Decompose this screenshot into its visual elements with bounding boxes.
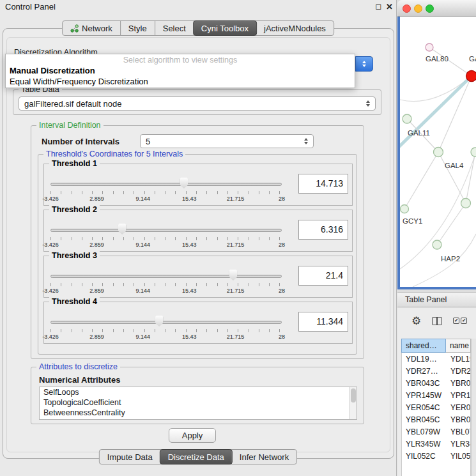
gear-icon[interactable]: ⚙	[411, 316, 421, 326]
list-item[interactable]: BetweennessCentrality	[40, 408, 357, 418]
cell-name[interactable]: YBR045C	[447, 415, 470, 424]
algorithm-dropdown-popup: Select algorithm to view settings Manual…	[5, 54, 355, 88]
table-row[interactable]: YLR345W YLR345W	[402, 438, 470, 450]
tab-jactivemodules[interactable]: jActiveMNodules	[256, 21, 334, 35]
cell-shared-name[interactable]: YPR145W	[402, 391, 447, 400]
cell-name[interactable]: YER054C	[447, 403, 470, 412]
cell-shared-name[interactable]: YBL079W	[402, 427, 447, 436]
table-row[interactable]: YBR043C YBR043C	[402, 377, 470, 389]
table-scrollbar[interactable]	[471, 339, 476, 476]
table-row[interactable]: YDR27… YDR27…	[402, 365, 470, 377]
cell-name[interactable]: YBL079W	[447, 427, 470, 436]
edge	[438, 76, 472, 152]
network-window-titlebar[interactable]	[397, 0, 476, 17]
dropdown-option-equal-width[interactable]: Equal Width/Frequency Discretization	[10, 77, 148, 86]
number-of-intervals-combo[interactable]: 5	[140, 134, 314, 148]
edge	[466, 152, 475, 203]
checkbox-icon: ✓	[461, 318, 467, 324]
cell-shared-name[interactable]: YBR043C	[402, 379, 447, 388]
scale-tick-label: 15.43	[182, 334, 197, 340]
apply-button[interactable]: Apply	[169, 428, 216, 443]
cell-name[interactable]: YLR345W	[447, 440, 470, 449]
tab-select[interactable]: Select	[155, 21, 194, 35]
scale-tick-label: 28	[279, 242, 285, 248]
tab-style[interactable]: Style	[120, 21, 155, 35]
threshold-1-slider[interactable]: -3.426 2.859 9.144 15.43 21.715 28	[50, 177, 282, 204]
column-header-name[interactable]: name	[446, 339, 471, 353]
tab-discretize-data[interactable]: Discretize Data	[160, 449, 233, 464]
table-data-combo-value: galFiltered.sif default node	[19, 99, 363, 109]
tab-cyni-toolbox[interactable]: Cyni Toolbox	[193, 20, 257, 36]
cell-shared-name[interactable]: YLR345W	[402, 440, 447, 449]
select-columns-icon[interactable]: ✓ ✓	[453, 318, 467, 324]
scale-tick-label: -3.426	[42, 288, 59, 294]
slider-ticks	[50, 237, 282, 240]
column-header-shared-name[interactable]: shared…	[401, 339, 446, 353]
list-item[interactable]: TopologicalCoefficient	[40, 397, 357, 408]
node-gal80[interactable]	[426, 43, 433, 51]
threshold-2-slider[interactable]: -3.426 2.859 9.144 15.43 21.715 28	[50, 223, 282, 250]
threshold-4-value-field[interactable]: 11.344	[298, 312, 348, 332]
zoom-traffic-light[interactable]	[426, 4, 434, 13]
tab-impute-data[interactable]: Impute Data	[100, 450, 160, 464]
table-row[interactable]: YER054C YER054C	[402, 401, 470, 413]
cell-name[interactable]: YDR27…	[447, 367, 470, 376]
cell-name[interactable]: YPR145W	[447, 391, 470, 400]
cell-name[interactable]: YIL052C	[447, 452, 470, 461]
table-data-combo[interactable]: galFiltered.sif default node	[19, 96, 376, 111]
number-of-intervals-label: Number of Intervals	[42, 137, 119, 146]
attributes-list[interactable]: SelfLoops TopologicalCoefficient Between…	[39, 387, 357, 420]
tab-cyni-toolbox-label: Cyni Toolbox	[201, 24, 249, 33]
tab-network[interactable]: Network	[63, 21, 120, 35]
threshold-4-slider[interactable]: -3.426 2.859 9.144 15.43 21.715 28	[50, 315, 282, 342]
threshold-3-value-field[interactable]: 21.4	[298, 266, 348, 286]
cell-shared-name[interactable]: YDL19…	[402, 355, 447, 364]
table-panel-window: ⚙ ✓ ✓ shared… name YDL19… YDL19… YDR27… …	[397, 308, 476, 476]
node[interactable]	[461, 199, 471, 208]
threshold-2-value-field[interactable]: 6.316	[298, 220, 348, 240]
cell-shared-name[interactable]: YER054C	[402, 403, 447, 412]
slider-handle[interactable]	[180, 178, 188, 188]
threshold-1-label: Threshold 1	[49, 159, 100, 169]
table-row[interactable]: YBR045C YBR045C	[402, 413, 470, 426]
threshold-3-slider[interactable]: -3.426 2.859 9.144 15.43 21.715 28	[50, 269, 282, 296]
cell-shared-name[interactable]: YDR27…	[402, 367, 447, 376]
float-window-icon[interactable]: ◻	[375, 2, 381, 11]
slider-handle[interactable]	[155, 316, 164, 326]
combo-stepper-button[interactable]	[355, 56, 373, 72]
table-row[interactable]: YBL079W YBL079W	[402, 426, 470, 438]
slider-ticks	[50, 283, 282, 286]
selected-node[interactable]	[466, 71, 476, 82]
attributes-group: Attributes to discretize Numerical Attri…	[31, 367, 364, 424]
table-row[interactable]: YPR145W YPR145W	[402, 389, 470, 401]
slider-handle[interactable]	[229, 270, 237, 280]
threshold-1-value-field[interactable]: 14.713	[298, 174, 348, 194]
table-row[interactable]: YIL052C YIL052C	[402, 450, 470, 462]
table-columns-icon[interactable]	[432, 317, 442, 325]
scale-tick-label: 15.43	[182, 288, 197, 294]
highlighted-edge[interactable]	[400, 76, 472, 150]
node-gal4[interactable]	[434, 148, 443, 157]
table-row[interactable]: YDL19… YDL19…	[402, 353, 470, 365]
cell-name[interactable]: YBR043C	[447, 379, 470, 388]
threshold-3-group: Threshold 3 -3.426 2.859 9.144 15.43 21.…	[43, 256, 353, 298]
minimize-traffic-light[interactable]	[414, 4, 422, 13]
dropdown-option-manual-discretization[interactable]: Manual Discretization	[10, 66, 95, 75]
cell-shared-name[interactable]: YBR045C	[402, 415, 447, 424]
node-gal11[interactable]	[403, 114, 411, 123]
node-hap2[interactable]	[433, 240, 441, 249]
network-canvas[interactable]: GAL80 GA GAL11 GAL4 GCY1 HAP2	[397, 17, 476, 289]
node-gcy1[interactable]	[401, 205, 409, 213]
cell-shared-name[interactable]: YIL052C	[402, 452, 447, 461]
list-item[interactable]: SelfLoops	[40, 387, 357, 397]
close-traffic-light[interactable]	[403, 4, 411, 13]
node[interactable]	[471, 148, 476, 157]
cell-name[interactable]: YDL19…	[447, 355, 470, 364]
list-scrollbar[interactable]	[349, 387, 357, 419]
node-label-gal4: GAL4	[445, 162, 464, 169]
close-icon[interactable]: ✕	[386, 2, 393, 12]
scrollbar-thumb[interactable]	[351, 388, 356, 403]
tab-infer-network[interactable]: Infer Network	[232, 450, 296, 464]
slider-handle[interactable]	[118, 224, 127, 234]
dropdown-placeholder: Select algorithm to view settings	[6, 56, 355, 65]
